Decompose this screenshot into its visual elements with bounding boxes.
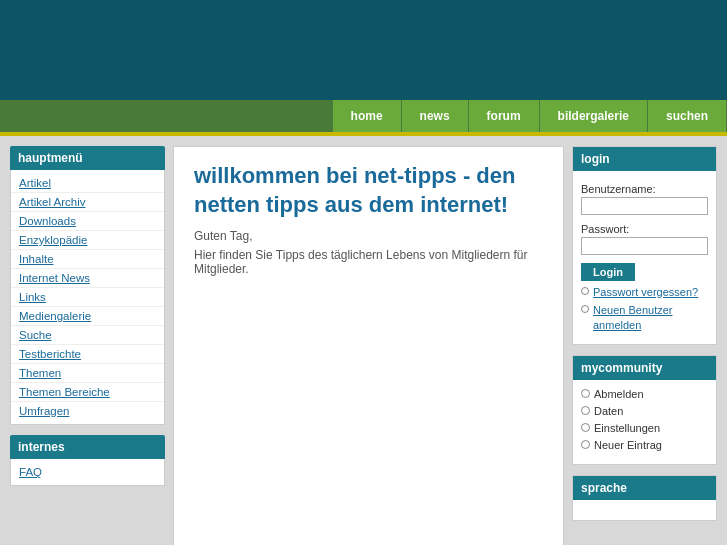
sidebar-link-testberichte[interactable]: Testberichte [11, 345, 164, 364]
navbar: home news forum bildergalerie suchen [0, 100, 727, 132]
sidebar-section-hauptmenu: hauptmenü Artikel Artikel Archiv Downloa… [10, 146, 165, 425]
mycommunity-section: mycommunity Abmelden Daten Einstellungen… [572, 355, 717, 465]
nav-suchen[interactable]: suchen [648, 100, 727, 132]
mycommunity-neuer-eintrag: Neuer Eintrag [581, 439, 708, 451]
login-header: login [573, 147, 716, 171]
register-link[interactable]: Neuen Benutzer anmelden [593, 303, 708, 332]
header-inner [0, 0, 727, 100]
sidebar-link-umfragen[interactable]: Umfragen [11, 402, 164, 420]
mycommunity-daten: Daten [581, 405, 708, 417]
username-input[interactable] [581, 197, 708, 215]
radio-dot-einstellungen [581, 423, 590, 432]
sprache-header: sprache [573, 476, 716, 500]
sprache-content [573, 500, 716, 520]
sidebar-link-inhalte[interactable]: Inhalte [11, 250, 164, 269]
sidebar-link-downloads[interactable]: Downloads [11, 212, 164, 231]
sidebar-right: login Benutzername: Passwort: Login Pass… [572, 146, 717, 545]
nav-bildergalerie[interactable]: bildergalerie [540, 100, 648, 132]
sidebar-section-internes: internes FAQ [10, 435, 165, 486]
sidebar-link-suche[interactable]: Suche [11, 326, 164, 345]
sidebar-link-internet-news[interactable]: Internet News [11, 269, 164, 288]
nav-forum[interactable]: forum [469, 100, 540, 132]
sprache-section: sprache [572, 475, 717, 521]
username-label: Benutzername: [581, 183, 708, 195]
sidebar-link-themen-bereiche[interactable]: Themen Bereiche [11, 383, 164, 402]
layout: hauptmenü Artikel Artikel Archiv Downloa… [0, 136, 727, 545]
nav-news[interactable]: news [402, 100, 469, 132]
header [0, 0, 727, 100]
mycommunity-einstellungen: Einstellungen [581, 422, 708, 434]
mycommunity-header: mycommunity [573, 356, 716, 380]
radio-dot-abmelden [581, 389, 590, 398]
sidebar-header-hauptmenu: hauptmenü [10, 146, 165, 170]
sidebar-menu-hauptmenu: Artikel Artikel Archiv Downloads Enzyklo… [10, 170, 165, 425]
register-dot [581, 305, 589, 313]
main-content: willkommen bei net-tipps - den netten ti… [173, 146, 564, 545]
forgot-password-item: Passwort vergessen? [581, 285, 708, 299]
password-input[interactable] [581, 237, 708, 255]
forgot-password-dot [581, 287, 589, 295]
sidebar-link-links[interactable]: Links [11, 288, 164, 307]
sidebar-menu-internes: FAQ [10, 459, 165, 486]
mycommunity-einstellungen-label[interactable]: Einstellungen [594, 422, 660, 434]
mycommunity-daten-label[interactable]: Daten [594, 405, 623, 417]
sidebar-link-artikel[interactable]: Artikel [11, 174, 164, 193]
mycommunity-neuer-eintrag-label[interactable]: Neuer Eintrag [594, 439, 662, 451]
login-section: login Benutzername: Passwort: Login Pass… [572, 146, 717, 345]
radio-dot-daten [581, 406, 590, 415]
mycommunity-abmelden-label[interactable]: Abmelden [594, 388, 644, 400]
radio-dot-neuer-eintrag [581, 440, 590, 449]
main-title: willkommen bei net-tipps - den netten ti… [194, 162, 543, 219]
sidebar-link-artikel-archiv[interactable]: Artikel Archiv [11, 193, 164, 212]
mycommunity-content: Abmelden Daten Einstellungen Neuer Eintr… [573, 380, 716, 464]
sidebar-link-mediengalerie[interactable]: Mediengalerie [11, 307, 164, 326]
register-item: Neuen Benutzer anmelden [581, 303, 708, 332]
main-greeting: Guten Tag, [194, 229, 543, 243]
sidebar-link-themen[interactable]: Themen [11, 364, 164, 383]
sidebar-link-faq[interactable]: FAQ [11, 463, 164, 481]
login-button[interactable]: Login [581, 263, 635, 281]
password-label: Passwort: [581, 223, 708, 235]
mycommunity-abmelden: Abmelden [581, 388, 708, 400]
login-content: Benutzername: Passwort: Login Passwort v… [573, 171, 716, 344]
sidebar-link-enzyklopaedie[interactable]: Enzyklopädie [11, 231, 164, 250]
main-description: Hier finden Sie Tipps des täglichern Leb… [194, 248, 543, 276]
forgot-password-link[interactable]: Passwort vergessen? [593, 285, 698, 299]
sidebar-header-internes: internes [10, 435, 165, 459]
nav-home[interactable]: home [333, 100, 402, 132]
sidebar-left: hauptmenü Artikel Artikel Archiv Downloa… [10, 146, 165, 545]
